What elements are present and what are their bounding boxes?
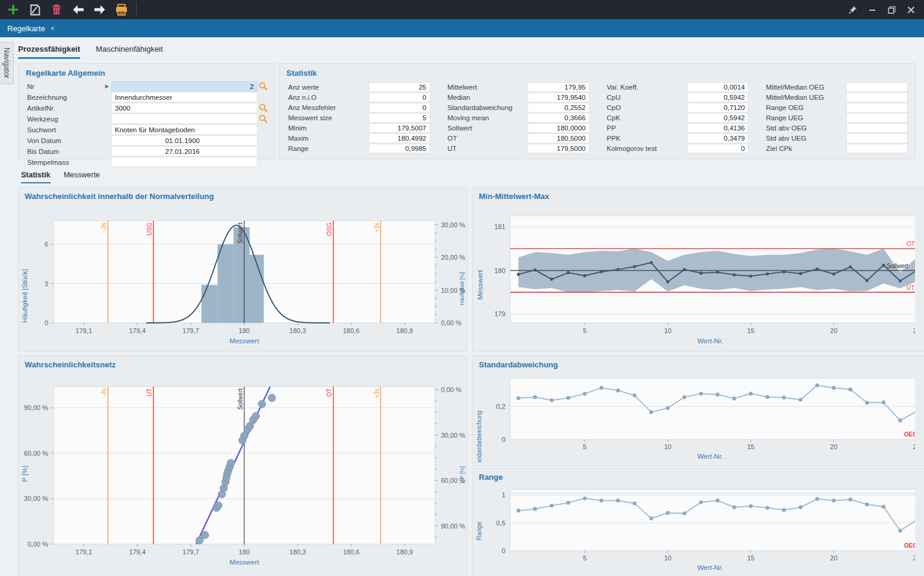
form-value-bis-datum[interactable]: 27.01.2016 xyxy=(111,146,257,156)
stat-label: Sollwert xyxy=(446,123,528,133)
restore-button[interactable] xyxy=(882,0,901,19)
stat-label: Ziel CPk xyxy=(764,144,846,153)
form-value-suchwort[interactable]: Knoten für Montageboden xyxy=(111,124,257,135)
svg-text:Sollwert: Sollwert xyxy=(237,388,244,410)
svg-text:0,00 %: 0,00 % xyxy=(28,541,48,548)
edit-document-button[interactable] xyxy=(24,0,46,19)
stat-row-anz-werte: Anz werte25 xyxy=(286,82,430,92)
stat-row-cpu: CpU0,5942 xyxy=(605,93,749,102)
svg-text:60,00 %: 60,00 % xyxy=(24,450,49,457)
minimize-button[interactable] xyxy=(863,0,882,19)
search-icon[interactable] xyxy=(257,81,268,91)
back-button[interactable] xyxy=(67,0,89,19)
delete-button[interactable] xyxy=(46,0,67,19)
stat-value: 0,3666 xyxy=(528,113,589,123)
stat-value: 180,0000 xyxy=(528,123,589,133)
stat-label: Mittelwert xyxy=(446,82,528,92)
stat-label: Anz werte xyxy=(286,82,369,92)
stat-row-sollwert: Sollwert180,0000 xyxy=(446,123,590,133)
form-value-bezeichnung[interactable]: Innendurchmesser xyxy=(111,92,257,102)
search-icon[interactable] xyxy=(257,103,268,113)
stat-row-ziel-cpk: Ziel CPk xyxy=(764,144,908,153)
stat-row-maxim: Maxim180,4992 xyxy=(286,133,430,143)
search-icon[interactable] xyxy=(257,114,268,124)
svg-text:25: 25 xyxy=(913,554,915,562)
stat-value: 0 xyxy=(687,144,748,153)
stats-group-3: Var. Koeff.0,0014CpU0,5942CpO0,7120CpK0,… xyxy=(605,82,749,154)
add-button[interactable] xyxy=(2,0,24,19)
stat-value: 25 xyxy=(369,82,430,92)
form-value-werkzeug[interactable] xyxy=(111,114,257,124)
svg-text:30,00 %: 30,00 % xyxy=(441,221,466,228)
form-value-von-datum[interactable]: 01.01.1900 xyxy=(111,135,257,146)
print-button[interactable] xyxy=(111,0,132,19)
form-label: Nr▶ xyxy=(25,81,111,91)
stat-label: UT xyxy=(446,144,528,153)
svg-text:OSG: OSG xyxy=(326,222,333,236)
svg-text:Standardabweichung: Standardabweichung xyxy=(475,411,482,462)
spacer xyxy=(257,124,268,135)
svg-text:15: 15 xyxy=(747,554,754,562)
stat-value: 0,2552 xyxy=(528,103,589,112)
svg-text:Messwert: Messwert xyxy=(229,337,259,345)
form-value-nr[interactable]: 2 xyxy=(111,81,257,91)
svg-text:P [%]: P [%] xyxy=(21,465,28,482)
svg-text:Wert-Nr.: Wert-Nr. xyxy=(697,337,723,345)
svg-text:179,1: 179,1 xyxy=(76,548,93,556)
svg-text:5: 5 xyxy=(583,327,587,334)
stat-value: 179,5000 xyxy=(528,144,589,153)
stat-row-mittel-median-oeg: Mittel/Median OEG xyxy=(764,82,908,92)
subtab-statistik[interactable]: Statistik xyxy=(21,171,51,183)
form-label: Bezeichnung xyxy=(25,92,111,102)
tab-maschinenfaehigkeit[interactable]: Maschinenfähigkeit xyxy=(96,44,162,59)
svg-text:Häufigkeit [%]: Häufigkeit [%] xyxy=(459,272,465,305)
form-row-nr: Nr▶2 xyxy=(25,81,268,91)
svg-text:Wert-Nr.: Wert-Nr. xyxy=(697,564,723,571)
stat-row-std-abv-oeg: Std abv OEG xyxy=(764,123,908,133)
sub-tab-bar: Statistik Messwerte xyxy=(21,171,100,183)
min-mean-max-chart: OTSollwertUT510152025179180181Wert-Nr.Me… xyxy=(473,203,915,348)
document-tab-strip: Regelkarte × xyxy=(0,19,924,37)
stat-label: Kolmogorov test xyxy=(605,144,688,153)
svg-text:180: 180 xyxy=(239,327,250,334)
row-indicator-icon: ▶ xyxy=(105,84,109,89)
pin-icon[interactable] xyxy=(843,0,863,19)
forward-button[interactable] xyxy=(89,0,111,19)
stat-value: 0,5942 xyxy=(687,113,748,123)
stat-value: 180,5000 xyxy=(528,133,589,143)
stats-group-2: Mittelwert179,95Median179,9540Standardab… xyxy=(446,82,590,154)
form-value-artikelnr-[interactable]: 3000 xyxy=(111,103,257,113)
stat-row-kolmogorov-test: Kolmogorov test0 xyxy=(605,144,749,153)
stat-row-minim: Minim179,5007 xyxy=(286,123,430,133)
svg-text:10: 10 xyxy=(664,443,671,450)
stat-label: OT xyxy=(446,133,528,143)
tab-regelkarte[interactable]: Regelkarte × xyxy=(0,19,61,37)
stat-label: Moving mean xyxy=(446,113,528,123)
stats-group-1: Anz werte25Anz n.i.O0Anz Messfehler0Mess… xyxy=(286,82,430,154)
form-value-stempelmass[interactable] xyxy=(111,157,257,167)
min-mean-max-title: Min-Mittelwert-Max xyxy=(473,188,924,203)
svg-text:OEG: OEG xyxy=(904,542,915,549)
tab-prozessfaehigkeit[interactable]: Prozessfähigkeit xyxy=(18,44,80,59)
svg-text:3: 3 xyxy=(45,280,48,287)
stat-value: 0 xyxy=(369,103,430,112)
subtab-messwerte[interactable]: Messwerte xyxy=(64,171,100,183)
stat-row-mittel-median-ueg: Mittel/Median UEG xyxy=(764,93,908,102)
stat-row-median: Median179,9540 xyxy=(446,93,590,102)
stat-value: 179,9540 xyxy=(528,93,589,102)
navigator-side-tab[interactable]: Navigator xyxy=(0,42,14,84)
svg-text:Wert-Nr.: Wert-Nr. xyxy=(697,453,723,460)
form-label: Werkzeug xyxy=(25,114,111,124)
stat-row-moving-mean: Moving mean0,3666 xyxy=(446,113,590,123)
svg-text:0: 0 xyxy=(502,547,505,554)
stat-label: Minim xyxy=(286,123,369,133)
stat-value: 0,3479 xyxy=(687,133,748,143)
tab-close-icon[interactable]: × xyxy=(51,25,54,32)
form-label: ArtikelNr. xyxy=(25,103,111,113)
close-button[interactable] xyxy=(901,0,920,19)
stat-label: Standardabweichung xyxy=(446,103,528,112)
svg-text:OT: OT xyxy=(907,241,915,247)
svg-text:20: 20 xyxy=(830,443,837,450)
svg-text:179: 179 xyxy=(494,310,505,317)
svg-text:10: 10 xyxy=(664,327,671,334)
